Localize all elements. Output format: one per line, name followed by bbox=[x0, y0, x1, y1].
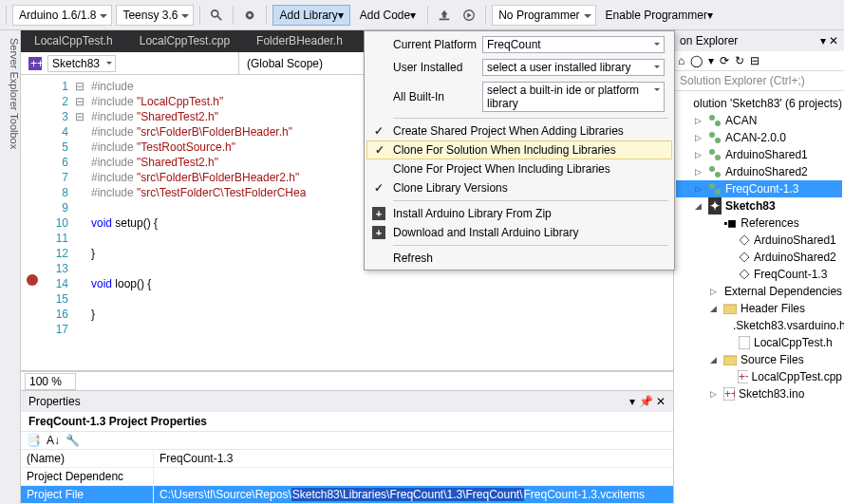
svg-point-11 bbox=[715, 138, 721, 143]
programmer-select[interactable]: No Programmer bbox=[492, 5, 595, 26]
menu-user-installed[interactable]: User Installed select a user installed l… bbox=[366, 56, 672, 79]
menu-built-in[interactable]: All Built-In select a built-in ide or pl… bbox=[366, 79, 672, 115]
reference-item[interactable]: FreqCount-1.3 bbox=[676, 266, 842, 283]
prop-row-dependencies[interactable]: Project Dependenc bbox=[21, 468, 673, 486]
svg-point-17 bbox=[715, 189, 721, 195]
solution-explorer: on Explorer▾ ✕ ⌂ ◯▾ ⟳ ↻ ⊟ Solution Explo… bbox=[673, 30, 844, 504]
sort-icon[interactable]: A↓ bbox=[47, 434, 60, 447]
panel-controls[interactable]: ▾ ✕ bbox=[820, 34, 838, 47]
prop-row-project-file[interactable]: Project File C:\Users\tl\Source\Repos\Sk… bbox=[21, 486, 673, 504]
svg-rect-21 bbox=[739, 336, 750, 349]
svg-line-1 bbox=[217, 15, 221, 19]
cpp-icon: ++ bbox=[28, 57, 42, 70]
source-files[interactable]: ◢Source Files bbox=[676, 351, 842, 368]
categorize-icon[interactable]: 📑 bbox=[27, 434, 41, 447]
breakpoint-icon[interactable] bbox=[27, 274, 38, 286]
svg-point-16 bbox=[709, 183, 715, 189]
reference-item[interactable]: ArduinoShared1 bbox=[676, 232, 842, 249]
refresh-icon[interactable]: ↻ bbox=[735, 54, 744, 67]
project-item[interactable]: ▷ACAN-2.0.0 bbox=[676, 129, 842, 146]
properties-panel: Properties ▾ 📌 ✕ FreqCount-1.3 Project P… bbox=[21, 390, 673, 504]
sync-icon[interactable]: ⟳ bbox=[720, 54, 729, 67]
svg-text:++: ++ bbox=[739, 370, 748, 383]
solution-search[interactable]: Solution Explorer (Ctrl+;) bbox=[674, 71, 844, 91]
menu-download[interactable]: Download and Install Arduino Library bbox=[366, 223, 672, 242]
side-rail[interactable]: Server Explorer Toolbox bbox=[0, 30, 21, 504]
svg-point-13 bbox=[715, 155, 721, 160]
add-library-menu: Current Platform FreqCount User Installe… bbox=[364, 30, 675, 271]
svg-point-8 bbox=[709, 115, 715, 121]
ino-file[interactable]: ▷++Sketch83.ino bbox=[676, 385, 842, 402]
menu-item[interactable]: Clone For Solution When Including Librar… bbox=[366, 140, 672, 159]
menu-item[interactable]: Clone For Project When Including Librari… bbox=[366, 159, 672, 178]
tab-folderbheader-h[interactable]: FolderBHeader.h bbox=[243, 30, 356, 52]
project-item[interactable]: ▷ACAN bbox=[676, 112, 842, 129]
svg-point-0 bbox=[212, 9, 218, 16]
collapse-icon[interactable]: ⊟ bbox=[750, 54, 760, 67]
tab-localcpptest-cpp[interactable]: LocalCppTest.cpp bbox=[126, 30, 243, 52]
svg-rect-19 bbox=[723, 305, 737, 314]
add-library-button[interactable]: Add Library ▾ bbox=[272, 5, 349, 26]
svg-point-3 bbox=[249, 13, 253, 17]
tab-localcpptest-h[interactable]: LocalCppTest.h bbox=[21, 30, 126, 52]
project-sketch[interactable]: ◢✦Sketch83 bbox=[676, 197, 842, 215]
svg-point-14 bbox=[709, 166, 715, 172]
svg-text:++: ++ bbox=[724, 387, 735, 401]
panel-controls[interactable]: ▾ 📌 ✕ bbox=[629, 395, 666, 408]
svg-rect-22 bbox=[723, 356, 737, 365]
device-select[interactable]: Teensy 3.6 bbox=[116, 5, 194, 26]
play-icon[interactable] bbox=[459, 5, 479, 26]
external-deps[interactable]: ▷External Dependencies bbox=[676, 283, 842, 300]
references-node[interactable]: ▪◼References bbox=[676, 215, 842, 232]
menu-refresh[interactable]: Refresh bbox=[366, 249, 672, 268]
menu-item[interactable]: Clone Library Versions bbox=[366, 178, 672, 197]
home-icon[interactable]: ⌂ bbox=[678, 54, 685, 67]
menu-item[interactable]: Create Shared Project When Adding Librar… bbox=[366, 121, 672, 140]
solution-toolbar[interactable]: ⌂ ◯▾ ⟳ ↻ ⊟ bbox=[674, 51, 844, 71]
svg-rect-4 bbox=[440, 18, 450, 20]
solution-root[interactable]: olution 'Sketch83' (6 projects) bbox=[676, 95, 842, 112]
context-file[interactable]: Sketch83 bbox=[47, 55, 116, 72]
main-toolbar: Arduino 1.6/1.8 Teensy 3.6 Add Library ▾… bbox=[0, 0, 844, 30]
board-select[interactable]: Arduino 1.6/1.8 bbox=[12, 5, 112, 26]
prop-row-name[interactable]: (Name)FreqCount-1.3 bbox=[21, 450, 673, 468]
project-item-selected[interactable]: ▷FreqCount-1.3 bbox=[676, 180, 842, 197]
menu-current-platform[interactable]: Current Platform FreqCount bbox=[366, 33, 672, 56]
svg-point-15 bbox=[715, 172, 721, 177]
svg-point-10 bbox=[709, 132, 715, 138]
zoom-select[interactable]: 100 % bbox=[25, 373, 76, 390]
context-scope[interactable]: (Global Scope) bbox=[247, 57, 323, 70]
wrench-icon[interactable]: 🔧 bbox=[66, 434, 80, 447]
search-icon[interactable] bbox=[206, 5, 227, 26]
add-code-button[interactable]: Add Code ▾ bbox=[354, 5, 422, 26]
svg-point-9 bbox=[715, 121, 721, 126]
project-item[interactable]: ▷ArduinoShared2 bbox=[676, 163, 842, 180]
upload-icon[interactable] bbox=[434, 5, 455, 26]
enable-programmer-button[interactable]: Enable Programmer ▾ bbox=[600, 5, 719, 26]
header-file[interactable]: LocalCppTest.h bbox=[676, 334, 842, 351]
properties-subtitle: FreqCount-1.3 Project Properties bbox=[21, 412, 673, 432]
back-icon[interactable]: ◯ bbox=[690, 54, 703, 67]
properties-title: Properties bbox=[28, 395, 81, 408]
menu-install-zip[interactable]: Install Arduino Library From Zip bbox=[366, 204, 672, 223]
source-file[interactable]: ++LocalCppTest.cpp bbox=[676, 368, 842, 385]
reference-item[interactable]: ArduinoShared2 bbox=[676, 249, 842, 266]
gear-icon[interactable] bbox=[239, 5, 260, 26]
svg-text:++: ++ bbox=[30, 57, 42, 70]
header-files[interactable]: ◢Header Files bbox=[676, 300, 842, 317]
svg-point-12 bbox=[709, 149, 715, 155]
header-file[interactable]: .Sketch83.vsarduino.h bbox=[676, 317, 842, 334]
project-item[interactable]: ▷ArduinoShared1 bbox=[676, 146, 842, 163]
